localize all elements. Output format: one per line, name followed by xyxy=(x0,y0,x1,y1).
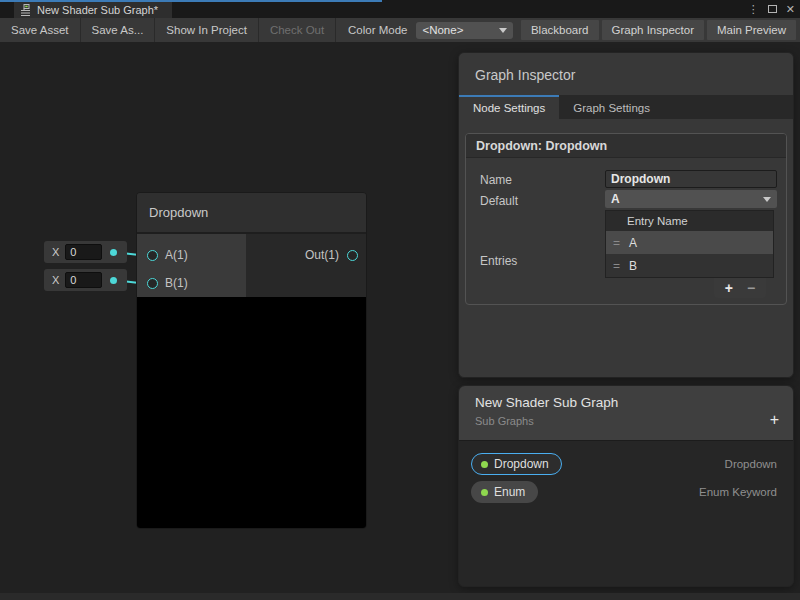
show-in-project-button[interactable]: Show In Project xyxy=(155,18,259,42)
property-name: Dropdown xyxy=(494,457,549,471)
color-mode-label: Color Mode xyxy=(348,24,407,36)
inspector-title: Graph Inspector xyxy=(459,53,793,95)
entry-row-b[interactable]: = B xyxy=(606,254,773,277)
input-port-row-b: B(1) xyxy=(137,269,246,297)
port-value-widget-a: X xyxy=(44,241,127,263)
drag-handle-icon[interactable]: = xyxy=(613,259,620,273)
node-preview xyxy=(137,297,366,528)
blackboard-row-dropdown: Dropdown Dropdown xyxy=(459,450,793,478)
entries-header: Entry Name xyxy=(606,211,773,231)
tab-bar: New Shader Sub Graph* ⋮ ✕ xyxy=(0,0,800,18)
node-title: Dropdown xyxy=(149,205,208,220)
property-type: Enum Keyword xyxy=(699,486,777,498)
blackboard-header[interactable]: New Shader Sub Graph Sub Graphs + xyxy=(459,386,793,441)
toolbar-left-group: Save Asset Save As... Show In Project Ch… xyxy=(0,18,336,42)
port-value-input-b[interactable] xyxy=(65,272,102,288)
toolbar: Save Asset Save As... Show In Project Ch… xyxy=(0,18,800,42)
tab-node-settings[interactable]: Node Settings xyxy=(459,95,559,119)
blackboard-items: Dropdown Dropdown Enum Enum Keyword xyxy=(459,441,793,506)
tab-graph-settings[interactable]: Graph Settings xyxy=(559,95,664,119)
save-asset-button[interactable]: Save Asset xyxy=(0,18,81,42)
toolbar-right-group: Blackboard Graph Inspector Main Preview xyxy=(521,20,796,40)
property-type: Dropdown xyxy=(725,458,777,470)
add-entry-button[interactable]: + xyxy=(725,281,733,295)
section-header: Dropdown: Dropdown xyxy=(466,134,786,158)
entries-list-footer: + − xyxy=(714,278,766,298)
close-icon[interactable]: ✕ xyxy=(786,4,795,15)
blackboard-subtitle: Sub Graphs xyxy=(475,415,534,427)
drag-handle-icon[interactable]: = xyxy=(613,236,620,250)
color-mode-value: <None> xyxy=(422,24,463,36)
port-connector-dot[interactable] xyxy=(110,277,117,284)
color-mode-dropdown[interactable]: <None> xyxy=(416,22,513,39)
tab-new-shader-sub-graph[interactable]: New Shader Sub Graph* xyxy=(14,2,172,18)
axis-label: X xyxy=(52,246,59,258)
input-port-label: B(1) xyxy=(165,276,188,290)
inspector-tabs: Node Settings Graph Settings xyxy=(459,95,793,119)
shader-graph-icon xyxy=(20,4,32,16)
menu-icon[interactable]: ⋮ xyxy=(748,4,759,15)
name-label: Name xyxy=(480,173,512,187)
entries-label: Entries xyxy=(480,254,517,268)
blackboard-toggle-button[interactable]: Blackboard xyxy=(521,20,599,40)
default-dropdown[interactable]: A xyxy=(605,190,777,208)
entry-name: A xyxy=(629,236,637,250)
output-port-label: Out(1) xyxy=(305,248,339,262)
graph-inspector-panel: Graph Inspector Node Settings Graph Sett… xyxy=(458,52,794,378)
node-port-area: A(1) B(1) Out(1) xyxy=(137,234,366,297)
blackboard-panel: New Shader Sub Graph Sub Graphs + Dropdo… xyxy=(458,385,794,587)
output-port-row: Out(1) xyxy=(246,241,366,269)
port-connector-dot[interactable] xyxy=(110,249,117,256)
shader-graph-window: New Shader Sub Graph* ⋮ ✕ Save Asset Sav… xyxy=(0,0,800,600)
axis-label: X xyxy=(52,274,59,286)
graph-inspector-toggle-button[interactable]: Graph Inspector xyxy=(602,20,704,40)
save-as-button[interactable]: Save As... xyxy=(81,18,156,42)
check-out-button: Check Out xyxy=(259,18,336,42)
property-name: Enum xyxy=(494,485,525,499)
remove-entry-button[interactable]: − xyxy=(747,281,755,295)
main-preview-toggle-button[interactable]: Main Preview xyxy=(707,20,796,40)
input-port-icon[interactable] xyxy=(147,250,158,261)
color-mode-group: Color Mode <None> xyxy=(348,18,513,42)
input-port-icon[interactable] xyxy=(147,278,158,289)
input-port-row-a: A(1) xyxy=(137,241,246,269)
dropdown-settings-section: Dropdown: Dropdown Name Default A Entrie… xyxy=(465,133,787,305)
maximize-icon[interactable] xyxy=(768,5,777,13)
node-outputs: Out(1) xyxy=(246,234,366,297)
port-value-input-a[interactable] xyxy=(65,244,102,260)
window-bottom-edge xyxy=(0,593,800,600)
entry-name: B xyxy=(629,259,637,273)
port-value-widget-b: X xyxy=(44,269,127,291)
property-dot-icon xyxy=(481,489,488,496)
property-dot-icon xyxy=(481,461,488,468)
blackboard-row-enum: Enum Enum Keyword xyxy=(459,478,793,506)
dropdown-node[interactable]: Dropdown A(1) B(1) Out(1) xyxy=(136,192,367,529)
entry-row-a[interactable]: = A xyxy=(606,231,773,254)
section-body: Name Default A Entries Entry Name = A = xyxy=(466,158,786,304)
output-port-icon[interactable] xyxy=(347,250,358,261)
default-value: A xyxy=(611,192,620,206)
node-title-bar[interactable]: Dropdown xyxy=(137,193,366,234)
add-property-button[interactable]: + xyxy=(770,412,779,428)
chevron-down-icon xyxy=(499,28,507,33)
default-label: Default xyxy=(480,194,518,208)
tab-title: New Shader Sub Graph* xyxy=(37,4,158,16)
chevron-down-icon xyxy=(763,197,771,202)
window-controls: ⋮ ✕ xyxy=(748,0,795,18)
input-port-label: A(1) xyxy=(165,248,188,262)
blackboard-title: New Shader Sub Graph xyxy=(475,395,618,410)
entries-list: Entry Name = A = B xyxy=(605,210,774,278)
name-input[interactable] xyxy=(605,170,777,188)
dropdown-property-pill[interactable]: Dropdown xyxy=(471,453,562,475)
enum-property-pill[interactable]: Enum xyxy=(471,481,538,503)
node-inputs: A(1) B(1) xyxy=(137,234,246,297)
